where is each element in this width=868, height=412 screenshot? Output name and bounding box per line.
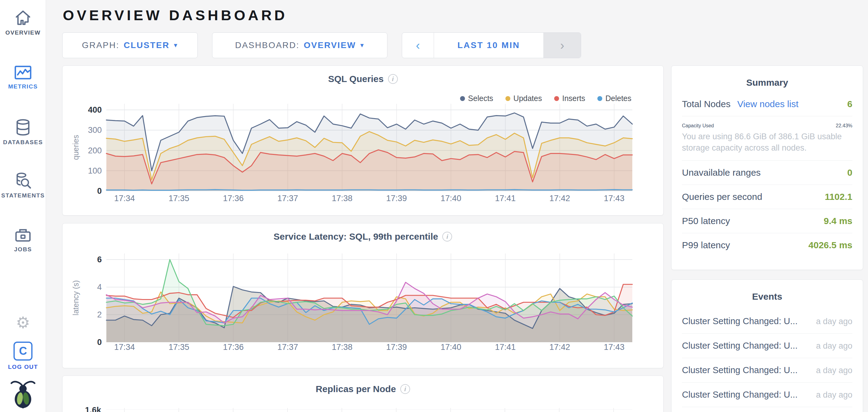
sidebar-item-label: OVERVIEW [0,29,46,36]
qps-value: 1102.1 [825,192,852,202]
database-icon [14,119,32,136]
svg-text:17:37: 17:37 [277,343,298,352]
svg-text:200: 200 [88,146,102,155]
service-latency-card: Service Latency: SQL, 99th percentile i … [62,223,663,368]
event-text: Cluster Setting Changed: U... [682,365,798,375]
event-time: a day ago [816,317,852,326]
svg-text:17:39: 17:39 [386,194,407,203]
summary-row-unavailable-ranges: Unavailable ranges 0 [682,161,852,184]
service-latency-chart[interactable]: 17:3417:3517:3617:3717:3817:3917:4017:41… [63,224,664,369]
summary-panel: Summary Total Nodes View nodes list 6 Ca… [671,66,863,270]
jobs-icon [14,227,32,243]
sidebar-item-metrics[interactable]: METRICS [0,65,46,90]
event-text: Cluster Setting Changed: U... [682,341,798,351]
svg-text:6: 6 [97,255,102,264]
svg-text:2: 2 [97,310,102,319]
svg-text:17:41: 17:41 [495,194,516,203]
replicas-per-node-chart[interactable] [63,376,664,412]
summary-row-qps: Queries per second 1102.1 [682,184,852,209]
svg-text:17:38: 17:38 [332,343,352,352]
event-text: Cluster Setting Changed: U... [682,316,798,326]
svg-text:17:36: 17:36 [223,194,244,203]
event-time: a day ago [816,341,852,351]
svg-text:queries: queries [71,135,80,160]
page-title: OVERVIEW DASHBOARD [63,7,287,24]
time-next-button[interactable]: › [544,33,581,58]
dashboard-dropdown[interactable]: DASHBOARD: OVERVIEW ▾ [212,32,388,58]
cockroachdb-logo [0,379,46,408]
summary-row-p50: P50 latency 9.4 ms [682,209,852,233]
svg-text:latency (s): latency (s) [71,280,80,315]
sidebar: OVERVIEW METRICS DATABASES STATEMENTS [0,0,46,412]
event-time: a day ago [816,366,852,375]
svg-text:300: 300 [88,126,102,135]
summary-row-capacity: Capacity Used 22.43% You are using 86.6 … [682,116,852,161]
svg-text:17:35: 17:35 [168,343,189,352]
sidebar-item-label: JOBS [0,246,46,253]
chevron-down-icon: ▾ [361,41,365,49]
statements-icon [14,172,32,189]
p99-latency-value: 4026.5 ms [809,240,852,250]
gear-icon: ⚙ [16,314,30,332]
svg-text:4: 4 [97,282,102,292]
chevron-right-icon: › [560,39,564,53]
logout-label: LOG OUT [0,364,46,370]
chevron-down-icon: ▾ [174,41,178,49]
cockroach-bug-icon [9,379,37,408]
svg-text:17:35: 17:35 [168,194,189,203]
metrics-icon [14,65,32,80]
svg-text:0: 0 [97,338,102,347]
capacity-used-value: 22.43% [836,123,852,129]
summary-row-total-nodes: Total Nodes View nodes list 6 [682,95,852,116]
event-row: Cluster Setting Changed: U...a day ago [682,407,852,412]
sidebar-item-databases[interactable]: DATABASES [0,119,46,146]
events-panel: Events Cluster Setting Changed: U...a da… [671,279,863,412]
svg-text:17:36: 17:36 [223,343,244,352]
events-title: Events [672,280,863,309]
svg-text:100: 100 [88,166,102,175]
chevron-left-icon: ‹ [416,39,420,53]
graph-dropdown-label: GRAPH: [82,40,119,50]
event-row: Cluster Setting Changed: U...a day ago [682,333,852,358]
event-row: Cluster Setting Changed: U...a day ago [682,309,852,333]
total-nodes-value: 6 [847,99,852,109]
sidebar-item-label: METRICS [0,83,46,90]
svg-text:400: 400 [88,105,102,114]
sidebar-item-label: DATABASES [0,139,46,146]
event-time: a day ago [816,390,852,400]
replicas-per-node-card: Replicas per Node i 1.6k [62,376,663,412]
view-nodes-list-link[interactable]: View nodes list [737,99,799,109]
dashboard-dropdown-label: DASHBOARD: [235,40,300,50]
dashboard-dropdown-value: OVERVIEW [304,40,356,50]
svg-text:17:43: 17:43 [604,343,625,352]
event-row: Cluster Setting Changed: U...a day ago [682,358,852,382]
time-prev-button[interactable]: ‹ [402,33,434,58]
logout-icon: C [13,342,32,360]
svg-text:17:38: 17:38 [332,194,352,203]
time-range-value[interactable]: LAST 10 MIN [434,33,544,58]
sidebar-item-overview[interactable]: OVERVIEW [0,9,46,36]
events-list: Cluster Setting Changed: U...a day agoCl… [672,309,863,412]
p50-latency-value: 9.4 ms [824,216,852,226]
unavailable-ranges-value: 0 [847,167,852,178]
sidebar-item-settings[interactable]: ⚙ [0,315,46,331]
graph-dropdown-value: CLUSTER [124,40,170,50]
graph-dropdown[interactable]: GRAPH: CLUSTER ▾ [62,32,198,58]
svg-text:17:39: 17:39 [386,343,407,352]
capacity-subtext: You are using 86.6 GiB of 386.1 GiB usab… [682,131,852,153]
svg-text:17:34: 17:34 [114,194,135,203]
svg-text:17:34: 17:34 [114,343,135,352]
time-range-selector: ‹ LAST 10 MIN › [402,32,581,58]
sidebar-item-statements[interactable]: STATEMENTS [0,172,46,199]
svg-text:17:42: 17:42 [550,194,570,203]
svg-text:17:43: 17:43 [604,194,625,203]
svg-text:17:37: 17:37 [277,194,298,203]
summary-row-p99: P99 latency 4026.5 ms [682,233,852,257]
svg-text:17:41: 17:41 [495,343,516,352]
sql-queries-chart[interactable]: 17:3417:3517:3617:3717:3817:3917:4017:41… [63,66,664,216]
sidebar-item-label: STATEMENTS [0,192,46,199]
svg-text:17:40: 17:40 [440,343,461,352]
sidebar-item-jobs[interactable]: JOBS [0,227,46,253]
sidebar-item-logout[interactable]: C LOG OUT [0,342,46,370]
home-icon [14,9,32,26]
